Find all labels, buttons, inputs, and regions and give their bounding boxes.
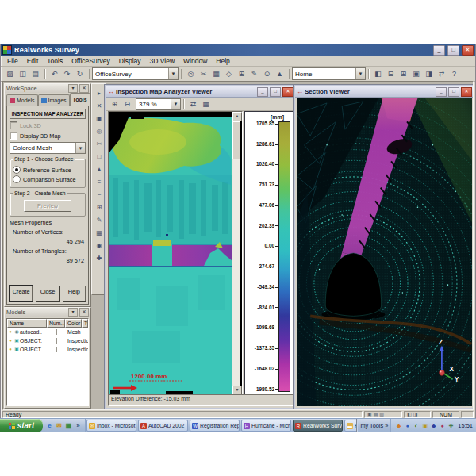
- target-analyzer-icon[interactable]: ◎: [94, 125, 105, 137]
- minimize-button[interactable]: _: [436, 87, 447, 97]
- workspace-panel-header[interactable]: WorkSpace ▾✕: [5, 84, 90, 93]
- grid-view-icon[interactable]: ▦: [200, 98, 212, 110]
- scroll-up-icon[interactable]: ▲: [232, 112, 242, 121]
- chevron-down-icon[interactable]: ▼: [168, 68, 178, 79]
- tray-icon-7[interactable]: ✚: [447, 422, 455, 429]
- tray-icon-3[interactable]: ◐: [413, 422, 420, 429]
- table-row[interactable]: ● ▣ OBJECT... Inspectio...: [7, 345, 88, 354]
- contouring-icon[interactable]: ≡: [94, 175, 105, 188]
- radio-icon[interactable]: [13, 166, 21, 174]
- close-form-button[interactable]: Close: [36, 286, 59, 301]
- display-3d-map-checkbox[interactable]: Display 3D Map: [10, 132, 86, 140]
- inspection-map-canvas[interactable]: 1200.00 mm: [109, 112, 232, 395]
- task-button-inbox[interactable]: ✉ Inbox - Microsof...: [86, 420, 136, 432]
- visibility-bulb-icon[interactable]: ●: [7, 337, 13, 344]
- target-icon[interactable]: ◎: [185, 68, 197, 80]
- tray-icon-5[interactable]: ◆: [430, 422, 437, 429]
- tray-icon-2[interactable]: ●: [404, 422, 411, 429]
- print-icon[interactable]: ▤: [29, 68, 41, 80]
- column-name[interactable]: Name: [7, 319, 47, 328]
- task-button-realworks[interactable]: R RealWorks Survey: [293, 420, 343, 432]
- close-button[interactable]: ✕: [282, 87, 294, 97]
- column-type[interactable]: Type: [82, 319, 88, 328]
- home-combo[interactable]: Home ▼: [292, 67, 366, 80]
- plane-icon[interactable]: ◇: [223, 68, 235, 80]
- task-button-autocad[interactable]: A AutoCAD 2002: [138, 420, 188, 432]
- radio-icon[interactable]: [13, 175, 21, 183]
- tab-tools[interactable]: Tools: [70, 93, 90, 106]
- module-combo[interactable]: OfficeSurvey ▼: [92, 67, 178, 80]
- annotation-icon[interactable]: ✎: [94, 213, 105, 226]
- maximize-button[interactable]: □: [447, 45, 459, 56]
- image-tool-icon[interactable]: ▦: [94, 226, 105, 239]
- close-button[interactable]: ✕: [461, 87, 472, 97]
- tile-horizontal-icon[interactable]: ⊟: [385, 68, 397, 80]
- menu-item[interactable]: Help: [212, 56, 234, 66]
- panel-menu-icon[interactable]: ▾: [68, 84, 78, 93]
- resize-grip[interactable]: [461, 411, 474, 418]
- mesh-type-combo[interactable]: Colored Mesh ▼: [10, 142, 86, 154]
- mail-quicklaunch-icon[interactable]: ✉: [55, 421, 63, 430]
- link-icon-1[interactable]: ◧: [407, 412, 412, 417]
- chevron-down-icon[interactable]: ▼: [355, 68, 365, 79]
- column-num[interactable]: Num...: [47, 319, 65, 328]
- maximize-button[interactable]: □: [270, 87, 281, 97]
- quicklaunch-overflow-chevron[interactable]: »: [74, 421, 83, 430]
- maximize-button[interactable]: □: [448, 87, 459, 97]
- zoom-level-combo[interactable]: 379 % ▼: [136, 98, 181, 110]
- column-color[interactable]: Color: [65, 319, 82, 328]
- start-button[interactable]: start: [0, 419, 43, 432]
- tab-models[interactable]: Models: [6, 94, 38, 106]
- menu-item[interactable]: Tools: [43, 56, 67, 66]
- color-swatch[interactable]: [56, 338, 57, 344]
- help-button[interactable]: Help: [63, 286, 86, 301]
- color-swatch[interactable]: [56, 347, 57, 352]
- tray-icon-1[interactable]: ◆: [395, 422, 402, 429]
- menu-item[interactable]: Display: [115, 56, 146, 66]
- sync-views-icon[interactable]: ⇄: [436, 68, 447, 80]
- menu-item[interactable]: Edit: [23, 56, 44, 66]
- split-view-icon[interactable]: ◨: [423, 68, 435, 80]
- more-tools-icon[interactable]: ✚: [94, 251, 105, 264]
- checkbox-icon[interactable]: [10, 132, 17, 140]
- mesh-icon[interactable]: ▦: [210, 68, 222, 80]
- scrollbar-thumb[interactable]: [232, 121, 240, 159]
- panel-close-icon[interactable]: ✕: [79, 84, 89, 93]
- map-viewer-title-bar[interactable]: ↔ Inspection Map Analyzer Viewer _ □ ✕: [106, 86, 295, 98]
- vertical-scrollbar[interactable]: ▲ ▼: [232, 112, 240, 395]
- tools-overflow-chevron[interactable]: »: [385, 422, 388, 429]
- undo-icon[interactable]: ↶: [48, 68, 60, 80]
- camera-icon[interactable]: ◉: [94, 239, 105, 251]
- limit-box-icon[interactable]: □: [94, 150, 105, 163]
- refresh-icon[interactable]: ↻: [74, 68, 86, 80]
- save-icon[interactable]: ◫: [17, 68, 29, 80]
- visibility-bulb-icon[interactable]: ●: [7, 328, 13, 336]
- menu-item[interactable]: Window: [179, 56, 212, 66]
- zoom-in-icon[interactable]: ⊕: [109, 98, 121, 110]
- swap-view-icon[interactable]: ⇄: [187, 98, 199, 110]
- table-row[interactable]: ● ▣ OBJECT... Inspectio...: [7, 336, 88, 345]
- section-3d-canvas[interactable]: Z X Y: [297, 98, 472, 406]
- menu-item[interactable]: OfficeSurvey: [67, 56, 115, 66]
- chevron-down-icon[interactable]: ▼: [171, 99, 180, 109]
- view-window-icon-3[interactable]: ▥: [379, 412, 384, 417]
- fit-view-icon[interactable]: ▲: [274, 68, 286, 80]
- reference-surface-radio[interactable]: Reference Surface: [13, 166, 83, 174]
- models-panel-header[interactable]: Models ▾✕: [5, 308, 90, 317]
- link-icon-2[interactable]: ◨: [413, 412, 418, 417]
- chevron-down-icon[interactable]: ▼: [75, 143, 85, 153]
- table-row[interactable]: ● ◉ autocad... Mesh: [7, 328, 88, 336]
- help-pointer-icon[interactable]: ?: [448, 68, 460, 80]
- menu-item[interactable]: 3D View: [146, 56, 180, 66]
- cascade-icon[interactable]: ◧: [372, 68, 384, 80]
- panel-close-icon[interactable]: ✕: [79, 308, 89, 317]
- close-button[interactable]: ✕: [462, 45, 474, 56]
- comparison-surface-radio[interactable]: Comparison Surface: [13, 175, 83, 183]
- minimize-button[interactable]: _: [257, 87, 268, 97]
- section-viewer-title-bar[interactable]: ↔ Section Viewer _ □ ✕: [295, 86, 474, 98]
- color-swatch[interactable]: [56, 329, 57, 335]
- mesh-creation-icon[interactable]: ▲: [94, 163, 105, 175]
- menu-item[interactable]: File: [3, 56, 23, 66]
- view-window-icon-1[interactable]: ▣: [367, 412, 372, 417]
- task-button-fb-to-pb[interactable]: ▬ FB to PB: [344, 420, 356, 432]
